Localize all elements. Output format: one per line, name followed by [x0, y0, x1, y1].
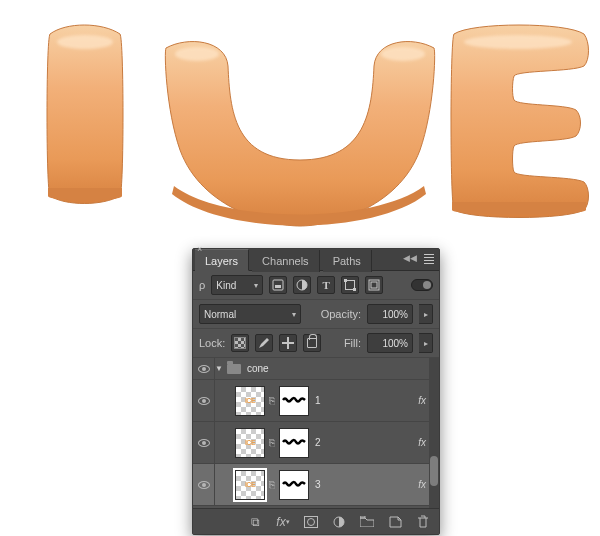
- eye-icon: [198, 439, 210, 447]
- fill-input[interactable]: 100%: [367, 333, 413, 353]
- filter-type-icon[interactable]: T: [317, 276, 335, 294]
- blend-row: Normal ▾ Opacity: 100% ▸: [193, 300, 439, 329]
- scrollbar-thumb[interactable]: [430, 456, 438, 486]
- add-mask-icon[interactable]: [303, 514, 319, 530]
- layers-panel: × Layers Channels Paths ◀◀ ρ Kind ▾ T: [192, 248, 440, 535]
- chevron-down-icon: ▾: [292, 310, 296, 319]
- opacity-flyout-icon[interactable]: ▸: [419, 304, 433, 324]
- fx-badge-icon[interactable]: fx: [418, 437, 426, 448]
- visibility-toggle[interactable]: [193, 422, 215, 463]
- delete-layer-icon[interactable]: [415, 514, 431, 530]
- panel-footer: ⧉ fx▾: [193, 508, 439, 534]
- svg-point-2: [381, 47, 425, 61]
- fill-flyout-icon[interactable]: ▸: [419, 333, 433, 353]
- eye-icon: [198, 365, 210, 373]
- add-fx-icon[interactable]: fx▾: [275, 514, 291, 530]
- fx-badge-icon[interactable]: fx: [418, 395, 426, 406]
- disclosure-triangle-icon[interactable]: ▼: [215, 364, 223, 373]
- lock-transparency-icon[interactable]: [231, 334, 249, 352]
- svg-point-1: [175, 47, 219, 61]
- chevron-down-icon: ▾: [254, 281, 258, 290]
- mask-link-icon[interactable]: ⎘: [269, 437, 275, 448]
- opacity-label: Opacity:: [321, 308, 361, 320]
- filter-kind-select[interactable]: Kind ▾: [211, 275, 263, 295]
- svg-rect-9: [353, 288, 356, 291]
- ice-svg: [6, 0, 594, 230]
- svg-rect-11: [371, 282, 377, 288]
- filter-toggle-switch[interactable]: [411, 279, 433, 291]
- artwork-ice-text: [6, 0, 594, 230]
- filter-kind-label: Kind: [216, 280, 236, 291]
- fx-badge-icon[interactable]: fx: [418, 479, 426, 490]
- visibility-toggle[interactable]: [193, 380, 215, 421]
- blend-mode-select[interactable]: Normal ▾: [199, 304, 301, 324]
- filter-pixel-icon[interactable]: [269, 276, 287, 294]
- mask-link-icon[interactable]: ⎘: [269, 479, 275, 490]
- lock-all-icon[interactable]: [303, 334, 321, 352]
- layer-name: 1: [315, 395, 418, 406]
- svg-rect-8: [344, 279, 347, 282]
- new-adjustment-layer-icon[interactable]: [331, 514, 347, 530]
- svg-point-13: [308, 518, 315, 525]
- layers-scrollbar[interactable]: [429, 358, 439, 508]
- filter-search-icon: ρ: [199, 279, 205, 291]
- svg-rect-5: [275, 285, 281, 288]
- folder-icon: [227, 364, 241, 374]
- layer-row[interactable]: ICE ⎘ 3 fx ▾: [193, 464, 439, 506]
- layers-list: ▼ cone ICE ⎘ 1 fx ▾ ICE ⎘ 2 fx: [193, 358, 439, 508]
- layer-mask-thumbnail[interactable]: [279, 428, 309, 458]
- filter-shape-icon[interactable]: [341, 276, 359, 294]
- svg-point-0: [57, 35, 113, 49]
- new-layer-icon[interactable]: [387, 514, 403, 530]
- layer-row[interactable]: ICE ⎘ 1 fx ▾: [193, 380, 439, 422]
- lock-image-icon[interactable]: [255, 334, 273, 352]
- lock-position-icon[interactable]: [279, 334, 297, 352]
- layer-row[interactable]: ICE ⎘ 2 fx ▾: [193, 422, 439, 464]
- filter-adjustment-icon[interactable]: [293, 276, 311, 294]
- layer-thumbnail[interactable]: ICE: [235, 428, 265, 458]
- layer-name: 2: [315, 437, 418, 448]
- group-name: cone: [247, 363, 439, 374]
- fill-label: Fill:: [344, 337, 361, 349]
- layer-mask-thumbnail[interactable]: [279, 470, 309, 500]
- layer-thumbnail[interactable]: ICE: [235, 470, 265, 500]
- mask-link-icon[interactable]: ⎘: [269, 395, 275, 406]
- panel-tabbar: × Layers Channels Paths ◀◀: [193, 249, 439, 271]
- layer-thumbnail[interactable]: ICE: [235, 386, 265, 416]
- visibility-toggle[interactable]: [193, 358, 215, 379]
- lock-row: Lock: Fill: 100% ▸: [193, 329, 439, 358]
- svg-point-3: [464, 35, 572, 49]
- blend-mode-value: Normal: [204, 309, 236, 320]
- tab-channels[interactable]: Channels: [252, 250, 319, 272]
- layer-group-row[interactable]: ▼ cone: [193, 358, 439, 380]
- panel-menu-icon[interactable]: [421, 251, 437, 267]
- link-layers-icon[interactable]: ⧉: [247, 514, 263, 530]
- eye-icon: [198, 481, 210, 489]
- tab-layers[interactable]: Layers: [195, 249, 249, 271]
- eye-icon: [198, 397, 210, 405]
- filter-row: ρ Kind ▾ T: [193, 271, 439, 300]
- new-group-icon[interactable]: [359, 514, 375, 530]
- layer-name: 3: [315, 479, 418, 490]
- panel-close-x[interactable]: ×: [197, 244, 202, 254]
- layer-mask-thumbnail[interactable]: [279, 386, 309, 416]
- lock-label: Lock:: [199, 337, 225, 349]
- collapse-icon[interactable]: ◀◀: [403, 253, 417, 263]
- tab-paths[interactable]: Paths: [323, 250, 372, 272]
- filter-smart-icon[interactable]: [365, 276, 383, 294]
- visibility-toggle[interactable]: [193, 464, 215, 505]
- opacity-input[interactable]: 100%: [367, 304, 413, 324]
